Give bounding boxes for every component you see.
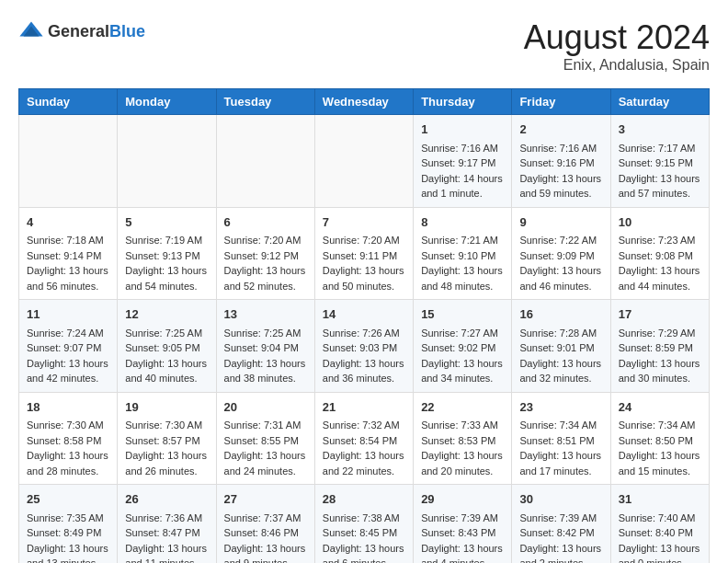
col-tuesday: Tuesday <box>216 89 314 115</box>
day-info: and 1 minute. <box>421 186 504 201</box>
day-info: and 36 minutes. <box>323 371 405 386</box>
title-block: August 2024 Enix, Andalusia, Spain <box>524 18 710 74</box>
calendar-cell: 14Sunrise: 7:26 AMSunset: 9:03 PMDayligh… <box>314 300 413 393</box>
day-info: Sunset: 8:47 PM <box>125 525 208 541</box>
day-info: Sunset: 8:46 PM <box>224 525 307 541</box>
day-number: 21 <box>323 398 405 417</box>
day-info: and 54 minutes. <box>125 279 208 294</box>
day-info: Daylight: 13 hours <box>519 541 602 557</box>
calendar-week-2: 11Sunrise: 7:24 AMSunset: 9:07 PMDayligh… <box>19 300 710 393</box>
day-number: 1 <box>421 121 504 139</box>
col-sunday: Sunday <box>19 89 118 115</box>
day-info: and 13 minutes. <box>27 556 109 563</box>
day-info: Daylight: 13 hours <box>519 356 602 372</box>
day-info: Sunset: 9:04 PM <box>224 340 307 356</box>
day-info: Daylight: 13 hours <box>27 356 109 372</box>
day-number: 14 <box>323 305 405 324</box>
day-info: Sunrise: 7:35 AM <box>27 511 109 526</box>
calendar-cell: 10Sunrise: 7:23 AMSunset: 9:08 PMDayligh… <box>610 207 709 300</box>
calendar-cell: 31Sunrise: 7:40 AMSunset: 8:40 PMDayligh… <box>610 485 709 564</box>
day-number: 3 <box>619 121 701 139</box>
day-number: 9 <box>519 213 602 232</box>
calendar-cell: 28Sunrise: 7:38 AMSunset: 8:45 PMDayligh… <box>314 485 413 564</box>
day-info: Daylight: 13 hours <box>421 263 504 279</box>
day-number: 26 <box>125 490 208 509</box>
day-info: Daylight: 13 hours <box>421 448 504 464</box>
day-number: 8 <box>421 213 504 232</box>
calendar-header: Sunday Monday Tuesday Wednesday Thursday… <box>19 89 710 115</box>
day-info: Daylight: 13 hours <box>323 263 405 279</box>
day-number: 2 <box>519 121 602 139</box>
day-info: and 4 minutes. <box>421 556 504 563</box>
day-info: Sunset: 8:40 PM <box>619 525 701 541</box>
day-info: and 30 minutes. <box>619 371 701 386</box>
calendar-week-0: 1Sunrise: 7:16 AMSunset: 9:17 PMDaylight… <box>19 115 710 208</box>
day-number: 22 <box>421 398 504 417</box>
day-info: Sunrise: 7:28 AM <box>519 326 602 341</box>
day-info: Daylight: 13 hours <box>519 171 602 187</box>
day-info: Sunset: 8:45 PM <box>323 525 405 541</box>
day-number: 6 <box>224 213 307 232</box>
calendar-cell: 1Sunrise: 7:16 AMSunset: 9:17 PMDaylight… <box>414 115 512 208</box>
day-info: Sunset: 8:42 PM <box>519 525 602 541</box>
calendar-cell: 8Sunrise: 7:21 AMSunset: 9:10 PMDaylight… <box>414 207 512 300</box>
day-number: 30 <box>519 490 602 509</box>
day-info: Sunrise: 7:31 AM <box>224 418 307 433</box>
col-monday: Monday <box>118 89 216 115</box>
day-info: Sunrise: 7:16 AM <box>421 141 504 156</box>
day-info: Sunset: 9:05 PM <box>125 340 208 356</box>
calendar-cell: 17Sunrise: 7:29 AMSunset: 8:59 PMDayligh… <box>610 300 709 393</box>
day-info: Sunset: 9:07 PM <box>27 340 109 356</box>
day-info: Sunset: 9:16 PM <box>519 155 602 171</box>
day-info: and 59 minutes. <box>519 186 602 201</box>
calendar-week-1: 4Sunrise: 7:18 AMSunset: 9:14 PMDaylight… <box>19 207 710 300</box>
calendar-cell: 24Sunrise: 7:34 AMSunset: 8:50 PMDayligh… <box>610 392 709 485</box>
calendar-cell: 13Sunrise: 7:25 AMSunset: 9:04 PMDayligh… <box>216 300 314 393</box>
day-info: and 52 minutes. <box>224 279 307 294</box>
day-number: 24 <box>619 398 701 417</box>
calendar-cell <box>118 115 216 208</box>
day-info: Daylight: 13 hours <box>224 448 307 464</box>
day-info: Daylight: 13 hours <box>125 541 208 557</box>
day-info: Daylight: 13 hours <box>27 263 109 279</box>
day-info: Sunrise: 7:19 AM <box>125 233 208 248</box>
header-row: Sunday Monday Tuesday Wednesday Thursday… <box>19 89 710 115</box>
day-info: Sunset: 8:58 PM <box>27 433 109 449</box>
day-info: Sunrise: 7:20 AM <box>224 233 307 248</box>
day-info: and 32 minutes. <box>519 371 602 386</box>
day-info: Sunrise: 7:25 AM <box>224 326 307 341</box>
day-info: Sunrise: 7:38 AM <box>323 511 405 526</box>
day-info: and 48 minutes. <box>421 279 504 294</box>
col-wednesday: Wednesday <box>314 89 413 115</box>
calendar-cell: 21Sunrise: 7:32 AMSunset: 8:54 PMDayligh… <box>314 392 413 485</box>
day-info: Sunset: 8:59 PM <box>619 340 701 356</box>
day-info: Sunset: 9:15 PM <box>619 155 701 171</box>
day-info: Sunset: 9:03 PM <box>323 340 405 356</box>
day-number: 31 <box>619 490 701 509</box>
calendar-cell: 12Sunrise: 7:25 AMSunset: 9:05 PMDayligh… <box>118 300 216 393</box>
day-info: and 46 minutes. <box>519 279 602 294</box>
day-info: and 44 minutes. <box>619 279 701 294</box>
calendar-cell: 22Sunrise: 7:33 AMSunset: 8:53 PMDayligh… <box>414 392 512 485</box>
calendar-cell <box>216 115 314 208</box>
calendar-cell: 5Sunrise: 7:19 AMSunset: 9:13 PMDaylight… <box>118 207 216 300</box>
day-number: 18 <box>27 398 109 417</box>
day-info: Sunrise: 7:24 AM <box>27 326 109 341</box>
calendar-cell <box>19 115 118 208</box>
day-info: Sunrise: 7:34 AM <box>519 418 602 433</box>
calendar-cell: 26Sunrise: 7:36 AMSunset: 8:47 PMDayligh… <box>118 485 216 564</box>
col-friday: Friday <box>512 89 610 115</box>
day-info: Daylight: 13 hours <box>224 356 307 372</box>
day-info: Sunset: 8:53 PM <box>421 433 504 449</box>
calendar-body: 1Sunrise: 7:16 AMSunset: 9:17 PMDaylight… <box>19 115 710 564</box>
day-info: Sunset: 9:12 PM <box>224 248 307 264</box>
day-number: 23 <box>519 398 602 417</box>
day-info: Sunrise: 7:30 AM <box>27 418 109 433</box>
day-info: Sunset: 9:10 PM <box>421 248 504 264</box>
day-info: Sunrise: 7:22 AM <box>519 233 602 248</box>
calendar-cell: 6Sunrise: 7:20 AMSunset: 9:12 PMDaylight… <box>216 207 314 300</box>
day-info: and 26 minutes. <box>125 464 208 479</box>
day-info: and 28 minutes. <box>27 464 109 479</box>
day-info: Daylight: 13 hours <box>519 263 602 279</box>
day-info: Sunset: 9:13 PM <box>125 248 208 264</box>
